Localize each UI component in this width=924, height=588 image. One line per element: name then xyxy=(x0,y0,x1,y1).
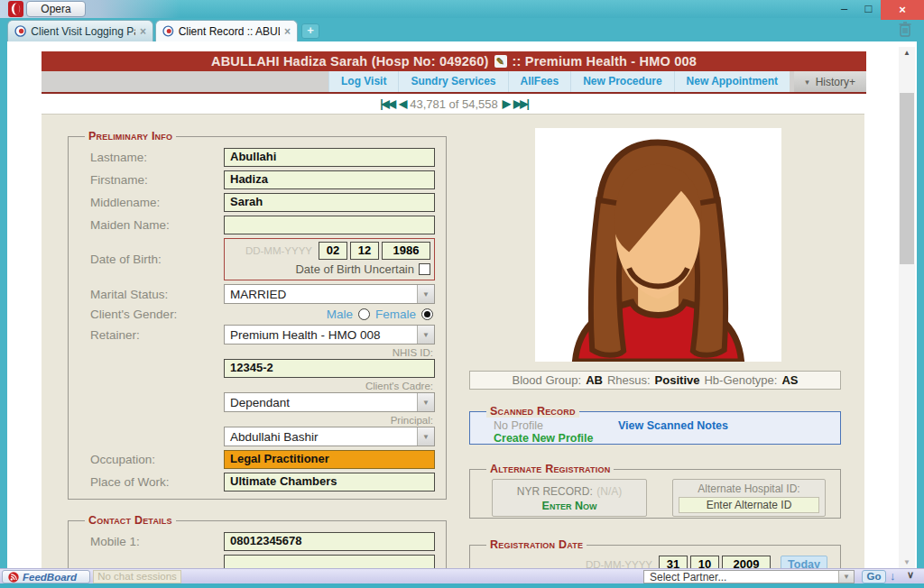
first-record-button[interactable]: |◀◀ xyxy=(380,97,394,110)
scrollbar-thumb[interactable] xyxy=(900,93,914,264)
alternate-id-input[interactable]: Enter Alternate ID xyxy=(679,497,819,513)
rhesus-label: Rhesus: xyxy=(607,373,651,387)
alternate-registration-legend: Alternate Registration xyxy=(486,463,614,475)
tab-favicon-icon xyxy=(162,24,174,38)
registration-date-section: Registration Date DD-MM-YYYY 31 10 2009 … xyxy=(469,538,841,568)
log-visit-button[interactable]: Log Visit xyxy=(328,71,398,92)
opera-menu-zone: Opera xyxy=(0,0,180,18)
nyr-record-box[interactable]: NYR RECORD: (N/A) Enter Now xyxy=(492,479,647,517)
contact-details-section: Contact Details Mobile 1: 08012345678 xyxy=(68,514,447,568)
place-of-work-input[interactable]: Ultimate Chambers xyxy=(224,473,435,492)
today-button[interactable]: Today xyxy=(781,556,827,568)
tab-client-visit-logging[interactable]: Client Visit Logging Pa... × xyxy=(7,20,153,41)
alternate-hospital-id-box: Alternate Hospital ID: Enter Alternate I… xyxy=(672,479,826,517)
male-radio[interactable] xyxy=(358,308,370,320)
create-new-profile-link[interactable]: Create New Profile xyxy=(494,432,829,445)
regdate-format-hint: DD-MM-YYYY xyxy=(586,559,652,568)
enter-now-link[interactable]: Enter Now xyxy=(498,500,641,512)
no-profile-status: No Profile xyxy=(494,419,543,432)
rss-feed-icon xyxy=(8,572,19,583)
retainer-label: Retainer: xyxy=(79,328,224,342)
tab-close-icon[interactable]: × xyxy=(140,25,146,38)
blood-group-label: Blood Group: xyxy=(513,373,582,387)
feedboard-button[interactable]: FeedBoard xyxy=(2,570,90,583)
close-button[interactable]: × xyxy=(881,0,924,20)
minimize-button[interactable]: – xyxy=(832,0,856,20)
chat-sessions-button[interactable]: No chat sessions xyxy=(93,570,181,583)
download-arrow-icon[interactable]: ↓ xyxy=(890,569,896,583)
scroll-down-icon[interactable]: ▼ xyxy=(899,558,915,566)
occupation-input[interactable]: Legal Practitioner xyxy=(224,450,435,469)
go-button[interactable]: Go xyxy=(862,570,886,583)
new-appointment-button[interactable]: New Appointment xyxy=(674,71,790,92)
dob-group: DD-MM-YYYY 02 12 1986 Date of Birth Unce… xyxy=(224,238,435,280)
dob-year-input[interactable]: 1986 xyxy=(382,242,430,260)
tab-label: Client Visit Logging Pa... xyxy=(31,25,135,38)
cadre-label: Client's Cadre: xyxy=(79,381,435,391)
allfees-button[interactable]: AllFees xyxy=(508,71,571,92)
statusbar-chevron-icon[interactable]: ∨ xyxy=(907,569,914,581)
female-radio[interactable] xyxy=(421,308,433,320)
nhis-id-input[interactable]: 12345-2 xyxy=(224,359,435,378)
chevron-down-icon: ▼ xyxy=(417,326,434,344)
nyr-record-value: (N/A) xyxy=(596,485,622,498)
marital-status-select[interactable]: MARRIED ▼ xyxy=(224,284,435,304)
mobile1-input[interactable]: 08012345678 xyxy=(224,532,435,551)
lastname-label: Lastname: xyxy=(79,151,224,164)
client-title: ABULLAHI Hadiza Sarah (Hosp No: 049260) xyxy=(211,54,489,69)
trash-icon[interactable] xyxy=(898,21,912,41)
dob-format-hint: DD-MM-YYYY xyxy=(245,245,312,256)
last-record-button[interactable]: ▶▶| xyxy=(513,97,528,110)
registration-date-legend: Registration Date xyxy=(486,538,587,551)
form-content: Preliminary Info Lastname: Abullahi Firs… xyxy=(42,114,864,568)
principal-select[interactable]: Abdullahi Bashir ▼ xyxy=(224,427,435,446)
genotype-value: AS xyxy=(781,373,798,387)
record-position: 43,781 of 54,558 xyxy=(410,97,498,111)
regdate-year-input[interactable]: 2009 xyxy=(722,556,771,568)
genotype-label: Hb-Genotype: xyxy=(704,373,777,387)
view-scanned-notes-link[interactable]: View Scanned Notes xyxy=(618,419,728,432)
firstname-input[interactable]: Hadiza xyxy=(224,170,435,189)
tab-client-record[interactable]: Client Record :: ABULL... × xyxy=(155,20,298,41)
mobile1-label: Mobile 1: xyxy=(79,535,224,548)
new-tab-button[interactable]: + xyxy=(301,23,319,39)
blood-info-bar: Blood Group: AB Rhesus: Positive Hb-Geno… xyxy=(469,371,841,390)
regdate-day-input[interactable]: 31 xyxy=(659,556,688,568)
preliminary-info-section: Preliminary Info Lastname: Abullahi Firs… xyxy=(68,130,447,500)
maiden-name-input[interactable] xyxy=(224,216,435,234)
dob-day-input[interactable]: 02 xyxy=(319,242,347,260)
partner-select[interactable]: Select Partner... ▼ xyxy=(643,570,855,583)
tab-close-icon[interactable]: × xyxy=(284,25,291,38)
dob-uncertain-checkbox[interactable] xyxy=(419,263,430,275)
chevron-down-icon: ▼ xyxy=(838,571,854,583)
next-record-button[interactable]: ▶ xyxy=(503,97,509,110)
cadre-select[interactable]: Dependant ▼ xyxy=(224,392,435,412)
tab-label: Client Record :: ABULL... xyxy=(179,25,280,38)
client-photo xyxy=(535,128,781,362)
retainer-select[interactable]: Premium Health - HMO 008 ▼ xyxy=(224,325,435,345)
marital-status-label: Marital Status: xyxy=(79,288,224,301)
mobile2-input[interactable] xyxy=(224,555,435,568)
maximize-button[interactable]: □ xyxy=(856,0,881,20)
dob-month-input[interactable]: 12 xyxy=(350,242,379,260)
prev-record-button[interactable]: ◀ xyxy=(399,97,405,110)
middlename-input[interactable]: Sarah xyxy=(224,193,435,212)
principal-label: Principal: xyxy=(79,415,435,426)
opera-logo-icon[interactable] xyxy=(8,1,23,17)
gender-label: Client's Gender: xyxy=(79,308,188,321)
scanned-record-section: Scanned Record No Profile View Scanned N… xyxy=(469,405,841,445)
regdate-month-input[interactable]: 10 xyxy=(690,556,719,568)
history-button[interactable]: ▾ History+ xyxy=(794,71,866,92)
scanned-record-legend: Scanned Record xyxy=(486,405,579,418)
contact-details-legend: Contact Details xyxy=(85,514,176,527)
edit-icon[interactable]: ✎ xyxy=(494,55,507,68)
chevron-down-icon: ▾ xyxy=(805,78,809,87)
new-procedure-button[interactable]: New Procedure xyxy=(570,71,673,92)
sundry-services-button[interactable]: Sundry Services xyxy=(398,71,507,92)
vertical-scrollbar[interactable]: ▲ ▼ xyxy=(899,47,915,568)
rhesus-value: Positive xyxy=(655,373,700,387)
lastname-input[interactable]: Abullahi xyxy=(224,148,435,167)
client-retainer-title: :: Premium Health - HMO 008 xyxy=(513,54,697,69)
opera-menu-button[interactable]: Opera xyxy=(26,1,86,17)
scroll-up-icon[interactable]: ▲ xyxy=(899,49,915,57)
